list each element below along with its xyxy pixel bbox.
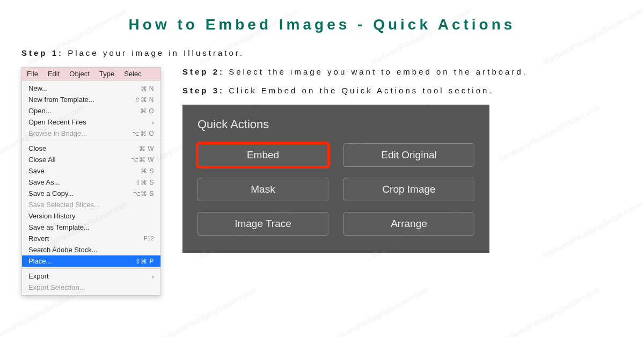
menu-save[interactable]: Save ⌘ S (22, 165, 160, 177)
menu-new-template-label: New from Template... (28, 96, 94, 104)
menu-open-shortcut: ⌘ O (140, 107, 154, 115)
step2-line: Step 2: Select the image you want to emb… (182, 67, 644, 76)
menu-place-shortcut: ⇧⌘ P (135, 258, 154, 265)
arrange-button[interactable]: Arrange (343, 212, 474, 236)
menu-close-label: Close (28, 144, 46, 152)
menu-save-label: Save (28, 167, 45, 175)
chevron-right-icon: › (152, 273, 154, 280)
menu-save-shortcut: ⌘ S (141, 167, 154, 175)
menu-revert-label: Revert (28, 235, 49, 243)
menu-export-selection[interactable]: Export Selection... (22, 282, 160, 293)
step2-label: Step 2: (182, 67, 224, 76)
menubar-type[interactable]: Type (94, 68, 119, 80)
menu-open-recent[interactable]: Open Recent Files › (22, 116, 160, 128)
file-menu: File Edit Object Type Selec New... ⌘ N N… (21, 67, 161, 296)
menu-save-as[interactable]: Save As... ⇧⌘ S (22, 177, 160, 188)
menu-open-recent-label: Open Recent Files (28, 118, 86, 126)
menubar-file[interactable]: File (22, 68, 43, 80)
menu-browse-bridge-label: Browse in Bridge... (28, 129, 87, 137)
menu-browse-bridge-shortcut: ⌥⌘ O (132, 130, 154, 137)
right-column: Step 2: Select the image you want to emb… (182, 67, 644, 296)
step3-text: Click Embed on the Quick Actions tool se… (229, 86, 493, 95)
step1-text: Place your image in Illustrator. (68, 48, 244, 57)
menu-version-history[interactable]: Version History (22, 210, 160, 222)
menu-place-label: Place... (28, 257, 52, 265)
menu-close-all-shortcut: ⌥⌘ W (131, 156, 154, 164)
watermark: MarijuanaPackagingSolution.com (369, 6, 472, 67)
watermark: MarijuanaPackagingSolution.com (541, 6, 643, 67)
menu-revert[interactable]: Revert F12 (22, 233, 160, 244)
menu-open[interactable]: Open... ⌘ O (22, 105, 160, 116)
quick-actions-panel: Quick Actions Embed Edit Original Mask C… (182, 105, 489, 253)
menu-browse-bridge[interactable]: Browse in Bridge... ⌥⌘ O (22, 128, 160, 139)
menu-version-history-label: Version History (28, 212, 75, 220)
menu-save-copy-shortcut: ⌥⌘ S (133, 190, 154, 197)
menu-export[interactable]: Export › (22, 270, 160, 282)
menu-save-as-label: Save As... (28, 178, 60, 186)
menubar: File Edit Object Type Selec (22, 68, 160, 80)
quick-actions-title: Quick Actions (197, 118, 474, 131)
file-menu-list: New... ⌘ N New from Template... ⇧⌘ N Ope… (22, 80, 160, 295)
step1-line: Step 1: Place your image in Illustrator. (21, 48, 644, 57)
image-trace-button[interactable]: Image Trace (197, 212, 328, 236)
menubar-object[interactable]: Object (64, 68, 94, 80)
menu-revert-shortcut: F12 (144, 236, 154, 241)
menu-open-label: Open... (28, 107, 52, 115)
mask-button[interactable]: Mask (197, 178, 328, 201)
menu-save-slices-label: Save Selected Slices... (28, 201, 100, 209)
step2-text: Select the image you want to embed on th… (229, 67, 528, 76)
menubar-edit[interactable]: Edit (43, 68, 64, 80)
menu-export-selection-label: Export Selection... (28, 283, 85, 291)
step3-line: Step 3: Click Embed on the Quick Actions… (182, 86, 644, 95)
menu-close-shortcut: ⌘ W (139, 145, 154, 152)
menu-close-all-label: Close All (28, 156, 56, 164)
page-title: How to Embed Images - Quick Actions (0, 16, 644, 33)
menu-new-template-shortcut: ⇧⌘ N (135, 96, 154, 104)
menu-save-template[interactable]: Save as Template... (22, 222, 160, 233)
edit-original-button[interactable]: Edit Original (343, 143, 474, 167)
menu-place[interactable]: Place... ⇧⌘ P (22, 255, 160, 267)
menu-new-label: New... (28, 84, 48, 92)
watermark: MarijuanaPackagingSolution.com (26, 6, 128, 67)
menu-new-template[interactable]: New from Template... ⇧⌘ N (22, 94, 160, 105)
crop-image-button[interactable]: Crop Image (343, 178, 474, 201)
menu-save-slices: Save Selected Slices... (22, 199, 160, 210)
menu-save-copy[interactable]: Save a Copy... ⌥⌘ S (22, 188, 160, 199)
menu-close-all[interactable]: Close All ⌥⌘ W (22, 154, 160, 165)
menu-search-stock[interactable]: Search Adobe Stock... (22, 244, 160, 255)
menu-new[interactable]: New... ⌘ N (22, 83, 160, 94)
step1-label: Step 1: (21, 48, 63, 57)
step3-label: Step 3: (182, 86, 224, 95)
menu-save-copy-label: Save a Copy... (28, 189, 74, 197)
menu-separator (22, 268, 160, 269)
menu-export-label: Export (28, 272, 49, 280)
menu-save-template-label: Save as Template... (28, 223, 90, 231)
menu-new-shortcut: ⌘ N (141, 85, 155, 92)
menu-close[interactable]: Close ⌘ W (22, 143, 160, 154)
menu-separator (22, 141, 160, 141)
chevron-right-icon: › (152, 119, 154, 126)
menu-save-as-shortcut: ⇧⌘ S (135, 179, 154, 186)
quick-actions-grid: Embed Edit Original Mask Crop Image Imag… (197, 143, 474, 236)
watermark: MarijuanaPackagingSolution.com (197, 6, 300, 67)
menu-search-stock-label: Search Adobe Stock... (28, 246, 98, 254)
menubar-select[interactable]: Selec (119, 68, 147, 80)
embed-button[interactable]: Embed (197, 143, 328, 167)
